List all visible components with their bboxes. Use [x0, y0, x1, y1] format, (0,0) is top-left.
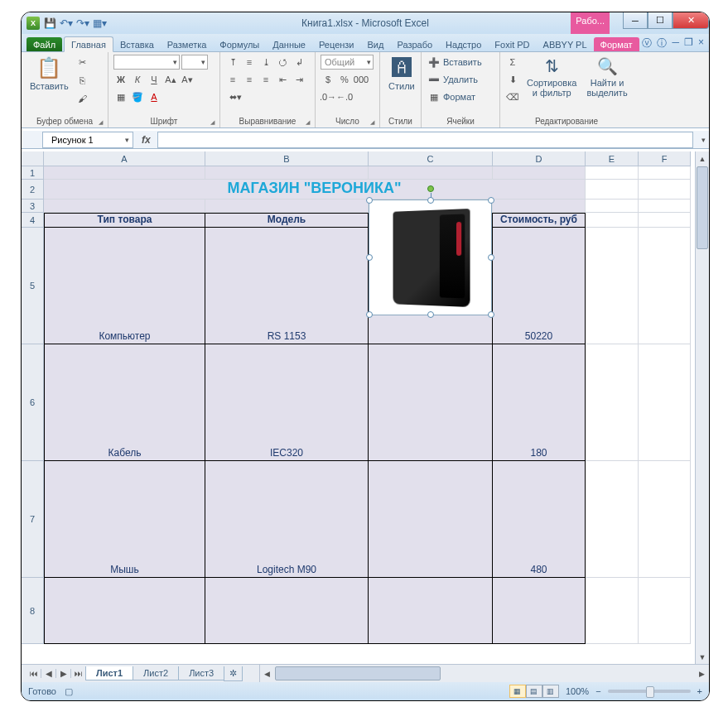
fx-icon[interactable]: fx: [142, 134, 151, 146]
workbook-close-icon[interactable]: ×: [698, 36, 704, 50]
zoom-slider[interactable]: [608, 690, 691, 693]
sheet-nav-next-icon[interactable]: ▶: [56, 669, 71, 678]
hscroll-thumb[interactable]: [275, 666, 441, 680]
grow-font-icon[interactable]: A▴: [163, 72, 178, 87]
zoom-level[interactable]: 100%: [566, 686, 589, 696]
insert-cells-icon[interactable]: ➕: [427, 55, 441, 70]
sheet-nav-last-icon[interactable]: ⏭: [71, 669, 86, 678]
cell[interactable]: [493, 166, 586, 180]
view-page-layout-icon[interactable]: ▤: [526, 685, 542, 698]
scroll-right-icon[interactable]: ▶: [695, 665, 709, 682]
col-header-B[interactable]: B: [205, 151, 369, 166]
worksheet-grid[interactable]: ABCDEF 12345678 МАГАЗИН "ВЕРОНИКА"Тип то…: [22, 151, 709, 664]
col-header-E[interactable]: E: [586, 151, 639, 166]
cell[interactable]: [586, 578, 639, 644]
cell[interactable]: [205, 166, 369, 180]
merge-center-icon[interactable]: ⬌▾: [225, 89, 246, 104]
number-format-combo[interactable]: Общий: [321, 55, 374, 70]
styles-button[interactable]: 🅰 Стили: [385, 55, 418, 93]
new-sheet-icon[interactable]: ✲: [224, 666, 243, 681]
align-left-icon[interactable]: ≡: [225, 72, 240, 87]
save-icon[interactable]: 💾: [43, 17, 56, 30]
vertical-scrollbar[interactable]: ▲ ▼: [695, 151, 709, 664]
row-header-4[interactable]: 4: [22, 213, 44, 228]
undo-icon[interactable]: ↶▾: [60, 17, 73, 30]
paste-button[interactable]: 📋 Вставить: [27, 55, 72, 93]
cell[interactable]: [369, 344, 493, 461]
view-page-break-icon[interactable]: ▥: [542, 685, 559, 698]
cell[interactable]: [639, 228, 691, 344]
zoom-out-icon[interactable]: −: [595, 686, 600, 696]
sheet-tab-3[interactable]: Лист3: [178, 666, 224, 680]
resize-handle-b[interactable]: [427, 311, 434, 318]
vscroll-thumb[interactable]: [697, 166, 708, 249]
fill-icon[interactable]: ⬇: [505, 72, 520, 87]
maximize-button[interactable]: ☐: [648, 12, 673, 29]
scroll-left-icon[interactable]: ◀: [260, 665, 274, 682]
cell[interactable]: [586, 461, 639, 578]
minimize-button[interactable]: ─: [623, 12, 648, 29]
cell[interactable]: 480: [493, 461, 586, 578]
tab-home[interactable]: Главная: [64, 36, 113, 52]
font-size-combo[interactable]: [181, 55, 208, 70]
font-color-icon[interactable]: A: [147, 89, 162, 104]
sheet-tab-2[interactable]: Лист2: [133, 666, 179, 680]
cell[interactable]: [586, 213, 639, 228]
cell[interactable]: [44, 200, 205, 213]
decrease-decimal-icon[interactable]: ←.0: [337, 89, 352, 104]
tab-file[interactable]: Файл: [27, 37, 62, 51]
qat-more-icon[interactable]: ▦▾: [93, 17, 106, 30]
format-painter-icon[interactable]: 🖌: [75, 91, 90, 106]
macro-record-icon[interactable]: ▢: [65, 686, 73, 697]
tab-layout[interactable]: Разметка: [161, 37, 214, 51]
store-title[interactable]: МАГАЗИН "ВЕРОНИКА": [44, 180, 586, 200]
cell[interactable]: Компьютер: [44, 228, 205, 344]
table-header[interactable]: Модель: [205, 213, 369, 228]
cut-icon[interactable]: ✂: [75, 55, 90, 70]
help-icon[interactable]: ⓘ: [657, 36, 667, 50]
table-header[interactable]: Тип товара: [44, 213, 205, 228]
cell[interactable]: [493, 578, 586, 644]
expand-formula-bar-icon[interactable]: ▾: [698, 136, 709, 144]
cell[interactable]: [586, 228, 639, 344]
table-header[interactable]: Стоимость, руб: [493, 213, 586, 228]
cell[interactable]: IEC320: [205, 344, 369, 461]
cell[interactable]: 50220: [493, 228, 586, 344]
tab-developer[interactable]: Разрабо: [390, 37, 439, 51]
cell[interactable]: [205, 578, 369, 644]
col-header-F[interactable]: F: [639, 151, 691, 166]
cell[interactable]: Мышь: [44, 461, 205, 578]
row-header-1[interactable]: 1: [22, 166, 44, 180]
sheet-nav-prev-icon[interactable]: ◀: [41, 669, 56, 678]
comma-icon[interactable]: 000: [354, 72, 369, 87]
decrease-indent-icon[interactable]: ⇤: [275, 72, 290, 87]
sort-filter-button[interactable]: ⇅ Сортировка и фильтр: [523, 55, 580, 99]
border-icon[interactable]: ▦: [113, 89, 128, 104]
cell[interactable]: [586, 344, 639, 461]
cell[interactable]: RS 1153: [205, 228, 369, 344]
cell[interactable]: [639, 180, 691, 200]
increase-decimal-icon[interactable]: .0→: [321, 89, 335, 104]
name-box[interactable]: Рисунок 1: [42, 132, 133, 148]
cell[interactable]: [639, 461, 691, 578]
cell[interactable]: [639, 213, 691, 228]
workbook-restore-icon[interactable]: ❐: [684, 36, 693, 50]
cell[interactable]: [369, 461, 493, 578]
scroll-up-icon[interactable]: ▲: [696, 151, 709, 166]
orientation-icon[interactable]: ⭯: [275, 55, 290, 70]
resize-handle-bl[interactable]: [366, 311, 373, 318]
align-right-icon[interactable]: ≡: [258, 72, 273, 87]
cell[interactable]: [639, 166, 691, 180]
tab-foxit[interactable]: Foxit PD: [488, 37, 536, 51]
tab-insert[interactable]: Вставка: [113, 37, 161, 51]
tab-format[interactable]: Формат: [594, 37, 639, 51]
col-header-C[interactable]: C: [369, 151, 493, 166]
resize-handle-tr[interactable]: [488, 197, 494, 204]
resize-handle-r[interactable]: [488, 254, 494, 261]
minimize-ribbon-icon[interactable]: ⓥ: [642, 36, 652, 50]
cell[interactable]: [586, 180, 639, 200]
cell[interactable]: [44, 578, 205, 644]
cell[interactable]: [586, 166, 639, 180]
close-button[interactable]: ✕: [673, 12, 709, 29]
cell[interactable]: [639, 578, 691, 644]
